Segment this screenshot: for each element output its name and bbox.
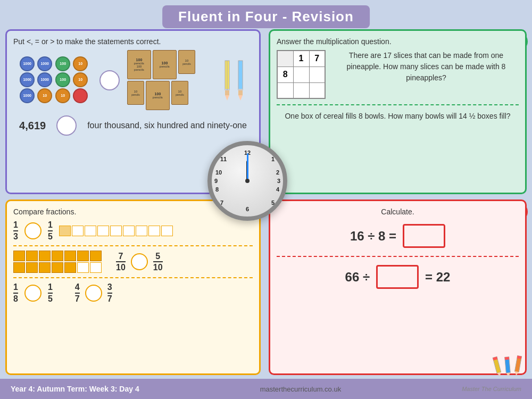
footer-left-text: Year 4: Autumn Term: Week 3: Day 4: [11, 385, 139, 393]
coin-10-2: 10: [73, 72, 88, 87]
compare-circle-2[interactable]: [131, 253, 148, 270]
clock-center-dot: [245, 179, 250, 183]
footer: Year 4: Autumn Term: Week 3: Day 4 maste…: [0, 379, 532, 399]
q4-calc2-row: 66 ÷ = 22: [277, 265, 519, 289]
pencil-svg-area: [220, 58, 248, 103]
fraction-1-5b: 1 5: [48, 282, 53, 303]
frac-num: 1: [13, 220, 18, 230]
q2-instruction: Answer the multiplication question.: [277, 37, 519, 46]
fraction-4-7: 4 7: [75, 282, 80, 303]
svg-rect-8: [238, 89, 243, 90]
coins-cluster: 1000 1000 1000 1000 1000 100 100 10 10 1…: [17, 54, 92, 107]
multiplication-grid: 1 7 8: [277, 50, 326, 99]
q3-row3: 1 8 1 5 4 7 3 7: [13, 282, 253, 303]
coin-1000-1: 1000: [20, 56, 35, 71]
clock-face: 12 1 2 3 4 5 6 7 8 9 10 11: [207, 141, 287, 221]
clock-num-9: 9: [214, 178, 218, 184]
q4-divider: [277, 256, 519, 257]
coin-100-1: 100: [55, 56, 70, 71]
frac-den: 3: [13, 232, 18, 242]
pencil-box-2: 100 pencils: [153, 50, 177, 79]
pencil-box-1: 100 pencils 100 pencils: [127, 50, 151, 79]
q3-row1: 1 3 1 5: [13, 220, 253, 241]
frac-num: 1: [48, 220, 53, 230]
pencil-box-6: 10 pencils: [171, 81, 188, 105]
q1-top-area: 1000 1000 1000 1000 1000 100 100 10 10 1…: [13, 50, 253, 110]
svg-rect-6: [238, 90, 243, 95]
clock-num-11: 11: [220, 156, 227, 162]
q2-problem1-text: There are 17 slices that can be made fro…: [334, 50, 519, 84]
grid-empty: [277, 51, 293, 66]
q2-top-area: 1 7 8 There are 17 slices that can be ma…: [277, 50, 519, 99]
clock-num-6: 6: [246, 206, 249, 212]
coin-10-4: 10: [55, 88, 70, 103]
svg-rect-14: [505, 357, 509, 360]
clock-minute-hand: [247, 153, 248, 181]
q4-calc2-prefix: 66 ÷: [345, 270, 370, 285]
fraction-bar-1-5: [59, 226, 173, 236]
compare-circle-q1-bottom[interactable]: [56, 115, 77, 136]
clock-num-7: 7: [220, 200, 223, 206]
svg-rect-1: [225, 90, 229, 95]
q4-answer2-box[interactable]: [376, 265, 419, 289]
compare-circle-4[interactable]: [85, 285, 102, 302]
grid-ans2[interactable]: [309, 66, 325, 82]
svg-marker-13: [506, 373, 511, 376]
svg-marker-16: [514, 371, 519, 376]
clock-num-1: 1: [271, 156, 275, 162]
frac-den: 5: [48, 232, 53, 242]
q3-divider2: [13, 277, 253, 278]
coin-1000-3: 1000: [20, 72, 35, 87]
clock-num-3: 3: [277, 178, 280, 184]
q1-number: 4,619: [19, 120, 46, 132]
q1-instruction: Put <, = or > to make the statements cor…: [13, 37, 253, 46]
pencil-box-3: 10 pencils: [178, 50, 195, 74]
grid-ans1[interactable]: [293, 66, 309, 82]
pencil-decoration: [492, 354, 524, 378]
q2-divider: [277, 104, 519, 105]
q3-row2: 7 10 5 10: [13, 251, 253, 273]
svg-marker-2: [225, 95, 229, 101]
clock-widget: 12 1 2 3 4 5 6 7 8 9 10 11: [207, 141, 287, 221]
fraction-1-3: 1 3: [13, 220, 18, 241]
panel-q4: Calculate. 16 ÷ 8 = 66 ÷ = 22: [269, 200, 527, 375]
fraction-5-10: 5 10: [153, 252, 163, 272]
clock-num-8: 8: [215, 186, 219, 193]
pencil-boxes: 100 pencils 100 pencils 100 pencils 10 p…: [127, 50, 212, 110]
coin-1000-5: 1000: [20, 88, 35, 103]
compare-circle-1[interactable]: [24, 222, 41, 239]
q4-calc1-row: 16 ÷ 8 =: [277, 224, 519, 248]
fraction-3-7: 3 7: [107, 282, 112, 303]
fraction-7-10: 7 10: [116, 252, 126, 272]
footer-center-text: masterthecurriculum.co.uk: [260, 385, 341, 393]
grid-ans3[interactable]: [293, 82, 309, 98]
q3-divider1: [13, 245, 253, 246]
coin-1000-2: 1000: [37, 56, 52, 71]
svg-rect-5: [238, 61, 243, 90]
grid-ans4[interactable]: [309, 82, 325, 98]
q4-calc1-text: 16 ÷ 8 =: [350, 229, 396, 244]
coin-red: [73, 88, 88, 103]
clock-num-4: 4: [276, 186, 279, 193]
pencil-box-5: 100 pencils: [146, 81, 170, 110]
grid-col2: 7: [309, 51, 325, 66]
coin-100-2: 100: [55, 72, 70, 87]
q1-word-number: four thousand, six hundred and ninety-on…: [87, 121, 247, 130]
q4-answer1-box[interactable]: [403, 224, 445, 248]
panel-q3: Compare fractions. 1 3 1 5: [5, 200, 261, 375]
grid-col1: 1: [293, 51, 309, 66]
clock-num-2: 2: [276, 169, 279, 176]
coin-10-1: 10: [73, 56, 88, 71]
q2-problem2-text: One box of cereal fills 8 bowls. How man…: [277, 111, 519, 122]
svg-marker-7: [238, 95, 243, 101]
compare-circle-3[interactable]: [24, 285, 41, 302]
coin-1000-4: 1000: [37, 72, 52, 87]
q4-instruction: Calculate.: [277, 207, 519, 216]
grid-row2: 8: [277, 66, 293, 82]
q1-bottom-area: 4,619 four thousand, six hundred and nin…: [13, 115, 253, 138]
compare-circle-q1[interactable]: [99, 70, 120, 90]
coin-10-3: 10: [37, 88, 52, 103]
pencil-box-4: 10 pencils: [127, 81, 144, 105]
q4-calc2-suffix: = 22: [425, 270, 450, 285]
grid-row3: [277, 82, 293, 98]
